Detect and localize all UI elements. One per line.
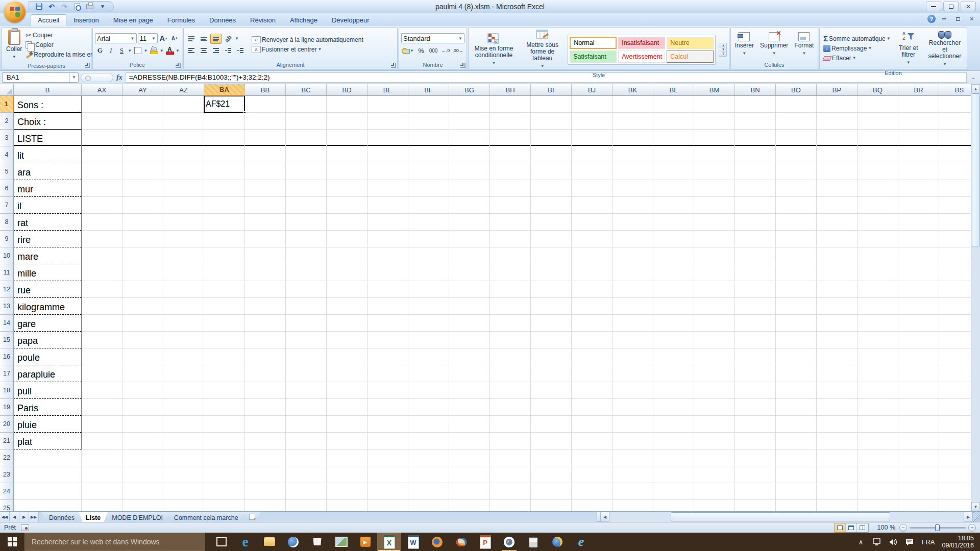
cell-BI10[interactable] <box>531 247 572 264</box>
cell-BI11[interactable] <box>531 264 572 281</box>
cell-BF5[interactable] <box>408 163 449 180</box>
cell-BO12[interactable] <box>776 281 817 298</box>
accounting-format-icon[interactable]: ▼ <box>401 45 414 56</box>
cell-BQ21[interactable] <box>857 433 898 449</box>
cell-BG12[interactable] <box>449 281 490 298</box>
cell-BJ12[interactable] <box>572 281 612 298</box>
cell-BC23[interactable] <box>286 466 327 483</box>
office-button[interactable] <box>4 1 26 22</box>
cell-BK11[interactable] <box>612 264 653 281</box>
cell-BB19[interactable] <box>245 399 286 416</box>
cell-BF7[interactable] <box>408 197 449 214</box>
cell-BC1[interactable] <box>286 96 327 113</box>
scroll-up-icon[interactable]: ▲ <box>971 84 980 93</box>
cell-BO17[interactable] <box>776 365 817 382</box>
row-header-16[interactable]: 16 <box>0 348 14 365</box>
cell-BL9[interactable] <box>653 231 694 247</box>
cell-BB6[interactable] <box>245 180 286 197</box>
cell-AZ4[interactable] <box>163 146 204 163</box>
cell-BF4[interactable] <box>408 146 449 163</box>
cell-BI21[interactable] <box>531 433 572 449</box>
cell-BO18[interactable] <box>776 382 817 399</box>
row-header-18[interactable]: 18 <box>0 382 14 399</box>
cell-BC6[interactable] <box>286 180 327 197</box>
cell-BI12[interactable] <box>531 281 572 298</box>
cell-BC9[interactable] <box>286 231 327 247</box>
cell-BH10[interactable] <box>490 247 531 264</box>
cell-BN14[interactable] <box>735 315 776 332</box>
cell-AY9[interactable] <box>122 231 163 247</box>
cell-AX6[interactable] <box>82 180 122 197</box>
row-header-11[interactable]: 11 <box>0 264 14 281</box>
cell-BQ19[interactable] <box>857 399 898 416</box>
cell-BO1[interactable] <box>776 96 817 113</box>
workbook-minimize-button[interactable] <box>939 15 949 23</box>
cell-BN4[interactable] <box>735 146 776 163</box>
cell-BB7[interactable] <box>245 197 286 214</box>
cell-BF1[interactable] <box>408 96 449 113</box>
cell-BD2[interactable] <box>327 113 368 130</box>
cell-BE1[interactable] <box>368 96 408 113</box>
cell-AY7[interactable] <box>122 197 163 214</box>
cell-B11[interactable]: mille <box>14 264 82 281</box>
row-header-23[interactable]: 23 <box>0 466 14 483</box>
cell-BA18[interactable] <box>204 382 245 399</box>
cell-B17[interactable]: parapluie <box>14 365 82 382</box>
cell-BM6[interactable] <box>694 180 735 197</box>
cell-AZ21[interactable] <box>163 433 204 449</box>
cell-BC7[interactable] <box>286 197 327 214</box>
cell-BQ23[interactable] <box>857 466 898 483</box>
comma-style-button[interactable]: 000 <box>428 45 439 56</box>
cell-BQ13[interactable] <box>857 298 898 315</box>
cell-BR23[interactable] <box>898 466 939 483</box>
cell-BF19[interactable] <box>408 399 449 416</box>
cell-BN20[interactable] <box>735 416 776 433</box>
cell-BB12[interactable] <box>245 281 286 298</box>
cell-BK17[interactable] <box>612 365 653 382</box>
select-all-corner[interactable] <box>0 84 14 96</box>
row-header-13[interactable]: 13 <box>0 298 14 315</box>
firefox-icon-button[interactable] <box>425 533 449 551</box>
horizontal-scroll-track[interactable] <box>609 512 964 522</box>
zoom-out-icon[interactable]: − <box>899 524 907 532</box>
cell-BE18[interactable] <box>368 382 408 399</box>
cell-BI14[interactable] <box>531 315 572 332</box>
column-header-BO[interactable]: BO <box>776 84 817 96</box>
volume-icon[interactable] <box>889 537 898 546</box>
cell-BH6[interactable] <box>490 180 531 197</box>
cell-AZ17[interactable] <box>163 365 204 382</box>
cell-BN8[interactable] <box>735 214 776 231</box>
cell-BN1[interactable] <box>735 96 776 113</box>
cell-BH3[interactable] <box>490 130 531 146</box>
cell-BP25[interactable] <box>817 500 857 511</box>
cell-BR16[interactable] <box>898 348 939 365</box>
cell-B12[interactable]: rue <box>14 281 82 298</box>
cell-BQ9[interactable] <box>857 231 898 247</box>
cell-AZ12[interactable] <box>163 281 204 298</box>
cell-BA19[interactable] <box>204 399 245 416</box>
cell-BF16[interactable] <box>408 348 449 365</box>
cell-BP2[interactable] <box>817 113 857 130</box>
cell-AZ1[interactable] <box>163 96 204 113</box>
cell-BK9[interactable] <box>612 231 653 247</box>
cell-AX3[interactable] <box>82 130 122 146</box>
print-icon[interactable] <box>84 2 95 11</box>
cell-BL20[interactable] <box>653 416 694 433</box>
cell-AY10[interactable] <box>122 247 163 264</box>
cell-BI3[interactable] <box>531 130 572 146</box>
cell-BJ15[interactable] <box>572 332 612 348</box>
cell-BL6[interactable] <box>653 180 694 197</box>
tab-developpeur[interactable]: Développeur <box>325 14 377 26</box>
cell-BL16[interactable] <box>653 348 694 365</box>
cell-AZ7[interactable] <box>163 197 204 214</box>
clear-button[interactable]: Effacer▼ <box>822 54 858 62</box>
cell-BG25[interactable] <box>449 500 490 511</box>
cell-AY23[interactable] <box>122 466 163 483</box>
cell-BL8[interactable] <box>653 214 694 231</box>
cell-BH1[interactable] <box>490 96 531 113</box>
cell-BA24[interactable] <box>204 483 245 500</box>
cell-BE15[interactable] <box>368 332 408 348</box>
cell-BR4[interactable] <box>898 146 939 163</box>
cell-BJ8[interactable] <box>572 214 612 231</box>
row-header-1[interactable]: 1 <box>0 96 14 113</box>
